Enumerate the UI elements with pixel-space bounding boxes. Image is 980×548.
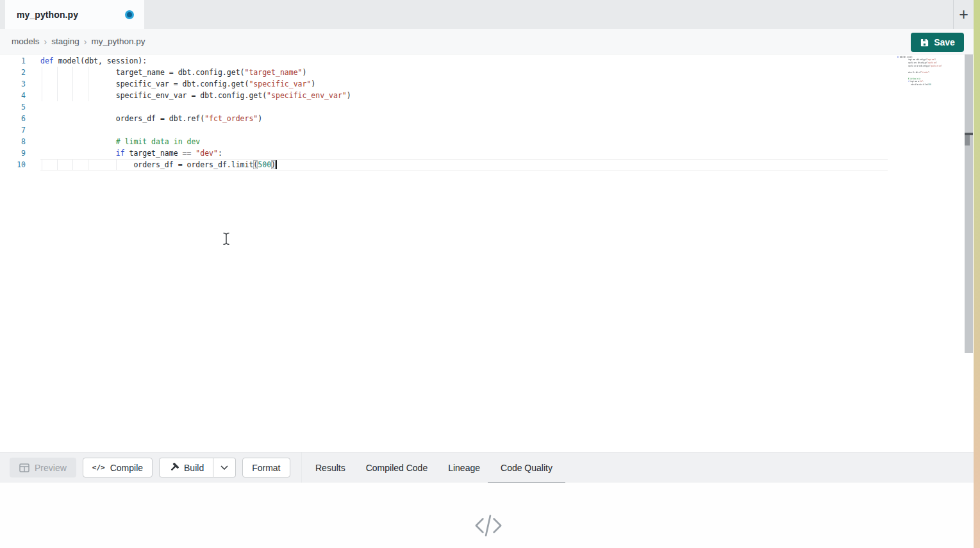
code-line[interactable]: target_name = dbt.config.get("target_nam… xyxy=(40,67,888,78)
indent-guide xyxy=(72,90,73,101)
save-button-label: Save xyxy=(934,37,955,47)
action-buttons: Preview </> Compile Build xyxy=(10,458,290,477)
preview-button[interactable]: Preview xyxy=(10,458,76,477)
text-caret xyxy=(276,160,277,169)
code-line[interactable]: specific_var = dbt.config.get("specific_… xyxy=(40,78,888,90)
indent-guide xyxy=(42,67,42,78)
code-brackets-icon: </> xyxy=(92,463,105,472)
tab-my-python[interactable]: my_python.py xyxy=(5,0,144,29)
ide-window: my_python.py + models › staging › my_pyt… xyxy=(0,0,980,548)
chevron-right-icon: › xyxy=(44,37,47,47)
indent-guide xyxy=(88,160,88,170)
table-icon xyxy=(19,463,29,472)
indent-guide xyxy=(57,67,58,78)
indent-guide xyxy=(72,78,73,90)
chevron-down-icon xyxy=(220,465,228,470)
text-ibeam-cursor-icon xyxy=(222,232,231,248)
line-number: 3 xyxy=(0,78,26,90)
breadcrumb-file[interactable]: my_python.py xyxy=(91,37,145,46)
editor-tab-bar: my_python.py + xyxy=(0,0,974,29)
code-line[interactable]: orders_df = orders_df.limit(500) xyxy=(40,159,888,170)
indent-guide xyxy=(42,90,42,101)
code-line[interactable]: # limit data in dev xyxy=(40,136,888,147)
code-editor[interactable]: 12345678910 def model(dbt, session): tar… xyxy=(0,54,974,452)
code-line[interactable]: if target_name == "dev": xyxy=(40,147,888,159)
code-line[interactable]: specific_env_var = dbt.config.get("speci… xyxy=(40,90,888,101)
desktop-edge-strip xyxy=(974,0,980,548)
vertical-scrollbar[interactable] xyxy=(965,54,973,353)
indent-guide xyxy=(72,67,73,78)
indent-guide xyxy=(42,78,42,90)
format-button[interactable]: Format xyxy=(242,458,290,477)
chevron-right-icon: › xyxy=(84,37,87,47)
build-button-group: Build xyxy=(159,458,236,477)
floppy-disk-icon xyxy=(920,38,929,47)
tab-title: my_python.py xyxy=(17,10,78,20)
code-content[interactable]: def model(dbt, session): target_name = d… xyxy=(40,55,888,170)
plus-icon: + xyxy=(959,5,968,24)
line-number: 4 xyxy=(0,90,26,101)
indent-guide xyxy=(88,90,88,101)
tab-lineage-label: Lineage xyxy=(448,463,480,473)
result-panel-tabs: Results Compiled Code Lineage Code Quali… xyxy=(315,453,552,483)
build-options-dropdown-button[interactable] xyxy=(213,458,236,477)
line-number: 7 xyxy=(0,124,26,136)
code-line[interactable] xyxy=(40,101,888,113)
line-number: 6 xyxy=(0,113,26,124)
compile-button[interactable]: </> Compile xyxy=(83,458,153,477)
format-button-label: Format xyxy=(252,463,280,473)
line-number: 9 xyxy=(0,147,26,159)
line-number: 1 xyxy=(0,55,26,67)
indent-guide xyxy=(88,78,88,90)
indent-guide xyxy=(72,160,73,170)
preview-button-label: Preview xyxy=(35,463,67,473)
code-placeholder-icon xyxy=(474,512,503,542)
indent-guide xyxy=(42,160,42,170)
build-button[interactable]: Build xyxy=(159,458,213,477)
code-line: orders_df = orders_df.limit(500) xyxy=(897,83,960,87)
tab-lineage[interactable]: Lineage xyxy=(448,453,480,483)
breadcrumb-staging[interactable]: staging xyxy=(51,37,79,46)
code-line[interactable]: def model(dbt, session): xyxy=(40,55,888,67)
bottom-toolbar: Preview </> Compile Build xyxy=(0,452,974,483)
build-button-label: Build xyxy=(184,463,204,473)
line-number-gutter: 12345678910 xyxy=(0,55,26,170)
hammer-icon xyxy=(169,463,179,473)
line-number: 5 xyxy=(0,101,26,113)
line-number: 10 xyxy=(0,159,26,170)
unsaved-changes-dot-icon xyxy=(125,10,134,19)
tab-code-quality-label: Code Quality xyxy=(501,463,552,473)
new-tab-button[interactable]: + xyxy=(953,0,974,29)
code-line[interactable] xyxy=(40,124,888,136)
indent-guide xyxy=(116,160,117,170)
tab-compiled-code[interactable]: Compiled Code xyxy=(366,453,428,483)
line-number: 8 xyxy=(0,136,26,147)
breadcrumb: models › staging › my_python.py xyxy=(0,29,974,54)
compile-button-label: Compile xyxy=(110,463,143,473)
indent-guide xyxy=(88,67,88,78)
tab-compiled-code-label: Compiled Code xyxy=(366,463,428,473)
indent-guide xyxy=(57,160,58,170)
line-number: 2 xyxy=(0,67,26,78)
scrollbar-cursor-marker-block xyxy=(965,135,970,145)
toolbar-divider xyxy=(301,453,302,483)
tab-code-quality[interactable]: Code Quality xyxy=(501,453,552,483)
tab-results-label: Results xyxy=(315,463,345,473)
minimap-code: def model(dbt, session): target_name = d… xyxy=(897,55,906,87)
tab-results[interactable]: Results xyxy=(315,453,345,483)
indent-guide xyxy=(57,78,58,90)
breadcrumb-models[interactable]: models xyxy=(12,37,40,46)
save-button[interactable]: Save xyxy=(911,33,964,52)
minimap[interactable]: def model(dbt, session): target_name = d… xyxy=(897,55,960,164)
indent-guide xyxy=(57,90,58,101)
code-line[interactable]: orders_df = dbt.ref("fct_orders") xyxy=(40,113,888,124)
